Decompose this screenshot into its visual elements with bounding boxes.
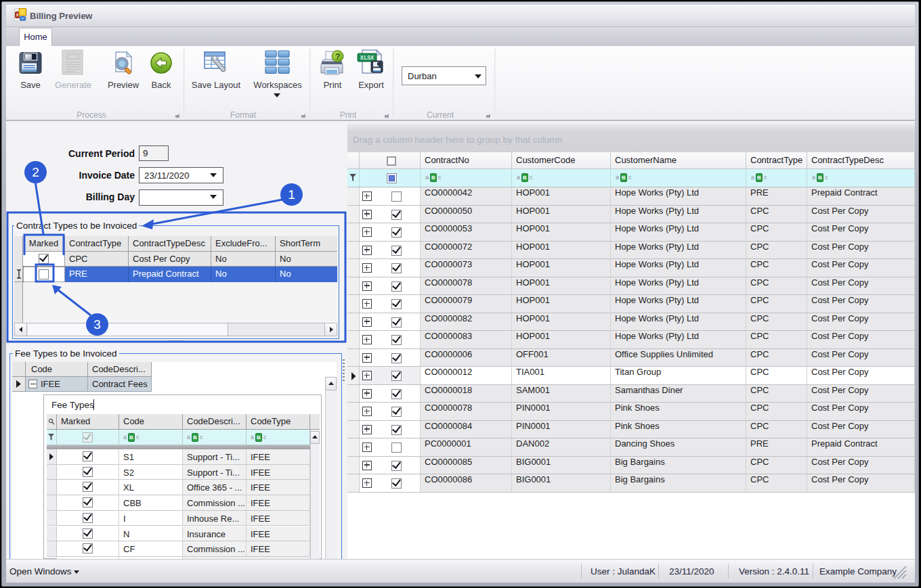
svg-text:?: ? — [335, 52, 341, 62]
svg-text:XLSX: XLSX — [360, 55, 374, 62]
